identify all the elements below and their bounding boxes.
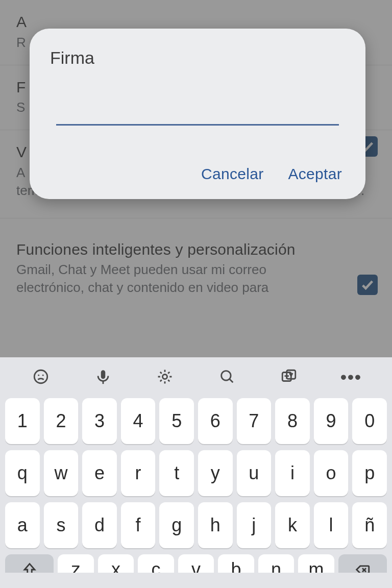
svg-point-2 [42,375,44,376]
soft-keyboard: ••• 1 2 3 4 5 6 7 8 9 0 q w e r t y u i … [0,357,392,588]
key-s[interactable]: s [44,502,79,548]
key-5[interactable]: 5 [159,398,194,444]
more-icon[interactable]: ••• [325,362,378,391]
key-7[interactable]: 7 [237,398,272,444]
svg-line-7 [229,379,233,383]
key-g[interactable]: g [159,502,194,548]
svg-point-1 [38,375,39,376]
key-2[interactable]: 2 [44,398,79,444]
svg-point-0 [34,370,47,383]
key-d[interactable]: d [82,502,117,548]
key-n[interactable]: n [258,554,295,573]
key-9[interactable]: 9 [314,398,349,444]
key-a[interactable]: a [5,502,40,548]
key-enye[interactable]: ñ [352,502,387,548]
dialog-title: Firma [50,48,345,68]
svg-rect-3 [101,370,105,379]
key-x[interactable]: x [98,554,134,573]
search-icon[interactable] [201,362,254,391]
cancel-button[interactable]: Cancelar [201,165,263,183]
signature-dialog: Firma Cancelar Aceptar [30,29,365,199]
key-shift[interactable] [5,554,54,573]
key-l[interactable]: l [314,502,349,548]
emoji-icon[interactable] [14,362,67,391]
key-0[interactable]: 0 [352,398,387,444]
keyboard-row-qwerty: q w e r t y u i o p [5,450,387,496]
key-i[interactable]: i [275,450,310,496]
key-z[interactable]: z [58,554,94,573]
translate-icon[interactable] [262,362,315,391]
svg-point-6 [221,371,230,380]
key-w[interactable]: w [44,450,79,496]
keyboard-rows: 1 2 3 4 5 6 7 8 9 0 q w e r t y u i o p … [0,396,392,588]
gear-icon[interactable] [138,362,191,391]
key-q[interactable]: q [5,450,40,496]
keyboard-row-numbers: 1 2 3 4 5 6 7 8 9 0 [5,398,387,444]
key-o[interactable]: o [314,450,349,496]
key-r[interactable]: r [121,450,156,496]
dialog-actions: Cancelar Aceptar [50,165,345,183]
key-8[interactable]: 8 [275,398,310,444]
svg-point-5 [163,374,167,379]
keyboard-row-asdf: a s d f g h j k l ñ [5,502,387,548]
key-y[interactable]: y [198,450,233,496]
key-m[interactable]: m [298,554,334,573]
key-backspace[interactable] [338,554,387,573]
key-3[interactable]: 3 [82,398,117,444]
key-t[interactable]: t [159,450,194,496]
key-p[interactable]: p [352,450,387,496]
keyboard-row-zxcv: z x c v b n m [5,554,387,573]
key-j[interactable]: j [237,502,272,548]
key-b[interactable]: b [218,554,254,573]
key-f[interactable]: f [121,502,156,548]
key-k[interactable]: k [275,502,310,548]
key-4[interactable]: 4 [121,398,156,444]
key-u[interactable]: u [237,450,272,496]
accept-button[interactable]: Aceptar [288,165,342,183]
signature-input[interactable] [56,99,339,126]
key-6[interactable]: 6 [198,398,233,444]
key-1[interactable]: 1 [5,398,40,444]
key-c[interactable]: c [138,554,174,573]
mic-icon[interactable] [77,362,130,391]
key-e[interactable]: e [82,450,117,496]
keyboard-toolbar: ••• [0,357,392,396]
key-v[interactable]: v [178,554,214,573]
key-h[interactable]: h [198,502,233,548]
